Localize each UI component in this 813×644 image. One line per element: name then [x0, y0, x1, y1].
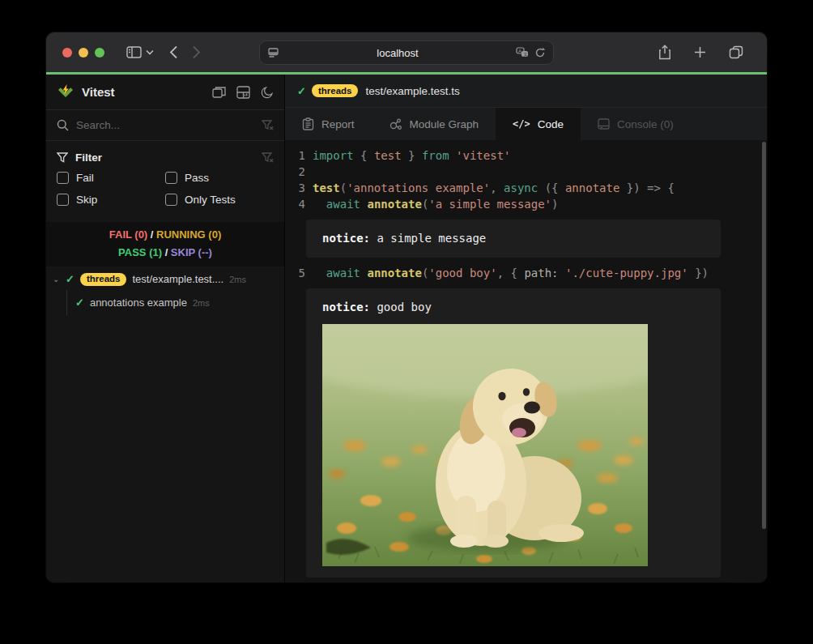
sidebar-header: Vitest [46, 75, 284, 110]
close-window-button[interactable] [62, 48, 72, 58]
code-icon: </> [513, 118, 530, 130]
indent-guide [66, 290, 67, 315]
tab-report[interactable]: Report [285, 108, 372, 140]
tree-item-label: annotations example [90, 296, 187, 309]
tab-label: Report [321, 118, 355, 130]
line-number: 4 [292, 196, 305, 212]
stat-pass: PASS (1) [118, 246, 162, 258]
checkbox-box[interactable] [57, 172, 69, 184]
checkbox-label: Skip [76, 194, 97, 206]
new-tab-icon[interactable] [694, 46, 706, 58]
dashboard-icon[interactable] [236, 86, 250, 99]
code-text: import { test } from 'vitest' [305, 147, 511, 164]
svg-text:A: A [518, 49, 521, 53]
code-line-2: 2 [285, 164, 767, 180]
filter-options: FailPassSkipOnly Tests [57, 172, 274, 206]
back-button[interactable] [169, 45, 178, 59]
clear-filter-icon[interactable] [262, 152, 274, 163]
tab-module-graph[interactable]: Module Graph [372, 108, 496, 140]
tab-label: Code [538, 118, 564, 130]
tab-label: Console (0) [617, 118, 674, 130]
zoom-window-button[interactable] [95, 48, 104, 58]
forward-button[interactable] [192, 45, 201, 59]
checkbox-box[interactable] [165, 172, 177, 184]
checkbox-box[interactable] [165, 194, 177, 206]
code-text: test('annotations example', async ({ ann… [305, 180, 675, 196]
svg-text:文: 文 [523, 52, 528, 57]
code-line-4: 4 await annotate('a simple message') [285, 196, 767, 212]
collapse-panels-icon[interactable] [212, 86, 226, 98]
console-icon [598, 118, 610, 130]
tab-code[interactable]: </>Code [496, 108, 581, 140]
url-text: localhost [279, 47, 516, 59]
stats-line-pass-skip: PASS (1) / SKIP (--) [46, 244, 284, 262]
test-stats: FAIL (0) / RUNNING (0) PASS (1) / SKIP (… [46, 222, 284, 267]
minimize-window-button[interactable] [79, 48, 88, 58]
notice-label: notice: [322, 232, 377, 245]
annotation-attachment[interactable] [322, 324, 648, 566]
search-input[interactable] [76, 119, 254, 131]
stat-running: RUNNING (0) [156, 228, 221, 241]
checkbox-label: Only Tests [185, 194, 236, 206]
code-panel[interactable]: 1import { test } from 'vitest'23test('an… [285, 140, 767, 582]
report-icon [302, 117, 314, 130]
module-graph-icon [389, 118, 402, 130]
translate-icon[interactable]: A 文 [516, 47, 529, 58]
dark-mode-toggle-icon[interactable] [261, 86, 274, 99]
collapse-caret-icon[interactable]: ⌄ [53, 275, 66, 284]
line-number: 3 [292, 180, 305, 196]
annotation-notice: notice: a simple message [306, 220, 721, 258]
tree-row-file[interactable]: ⌄✓threadstest/example.test....2ms [46, 268, 284, 290]
stat-skip: SKIP (--) [171, 246, 212, 258]
filter-checkbox-pass[interactable]: Pass [165, 172, 274, 184]
pass-check-icon: ✓ [66, 273, 74, 285]
share-icon[interactable] [658, 45, 671, 60]
sidebar-toggle-icon[interactable] [126, 46, 142, 58]
checkbox-box[interactable] [57, 194, 69, 206]
search-icon [57, 119, 69, 131]
tree-item-label: test/example.test.... [132, 273, 223, 285]
test-tree: ⌄✓threadstest/example.test....2ms✓annota… [46, 268, 284, 315]
file-header: ✓ threads test/example.test.ts [285, 75, 767, 108]
tab-bar: ReportModule Graph</>CodeConsole (0) [285, 108, 767, 140]
tab-console-0: Console (0) [581, 108, 691, 140]
stat-plain: / [147, 228, 156, 241]
code-line-3: 3test('annotations example', async ({ an… [285, 180, 767, 196]
sidebar-chevron-icon[interactable] [146, 49, 154, 55]
address-bar[interactable]: localhost A 文 [259, 41, 554, 65]
traffic-lights [62, 48, 104, 58]
vitest-logo-icon [57, 83, 74, 100]
reload-icon[interactable] [534, 47, 546, 58]
clear-filter-icon[interactable] [262, 120, 274, 130]
page-format-icon[interactable] [267, 47, 279, 59]
code-line-5: 5 await annotate('good boy', { path: './… [285, 265, 767, 281]
sidebar: Vitest [46, 75, 285, 582]
line-number: 2 [292, 164, 305, 180]
tab-label: Module Graph [410, 118, 479, 130]
filter-checkbox-only-tests[interactable]: Only Tests [165, 194, 274, 206]
notice-label: notice: [322, 301, 377, 313]
notice-message: good boy [377, 301, 431, 313]
line-number: 1 [292, 147, 305, 164]
scrollbar-thumb[interactable] [762, 142, 766, 529]
checkbox-label: Fail [76, 172, 94, 184]
pass-check-icon: ✓ [75, 296, 84, 309]
code-line-1: 1import { test } from 'vitest' [285, 147, 767, 164]
filter-section: Filter FailPassSkipOnly Tests [46, 141, 284, 211]
stats-line-fail-running: FAIL (0) / RUNNING (0) [46, 226, 284, 244]
file-path: test/example.test.ts [365, 85, 459, 97]
main-panel: ✓ threads test/example.test.ts ReportMod… [285, 75, 767, 582]
cute-puppy-image [322, 324, 648, 566]
filter-icon [57, 152, 68, 163]
tab-overview-icon[interactable] [729, 45, 743, 59]
annotation-notice: notice: good boy [306, 288, 721, 578]
stat-plain: / [162, 246, 171, 258]
tree-row-test[interactable]: ✓annotations example2ms [46, 290, 284, 315]
filter-checkbox-fail[interactable]: Fail [57, 172, 165, 184]
filter-title: Filter [75, 151, 102, 164]
duration-label: 2ms [193, 298, 210, 308]
line-number: 5 [292, 265, 305, 281]
code-text [305, 164, 313, 180]
filter-checkbox-skip[interactable]: Skip [57, 194, 165, 206]
pass-check-icon: ✓ [297, 85, 306, 97]
